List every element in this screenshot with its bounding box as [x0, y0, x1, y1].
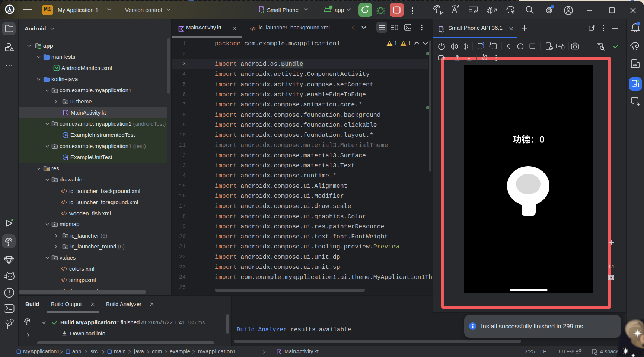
- svg-text:1:1: 1:1: [608, 264, 615, 269]
